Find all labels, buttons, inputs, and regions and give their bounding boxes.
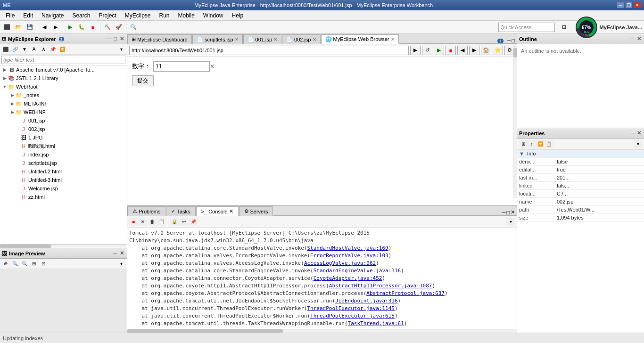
console-link-11[interactable]: TaskThread.java:61 [348,320,404,327]
console-remove[interactable]: ✕ [139,218,147,226]
tree-item-001jsp[interactable]: J 001.jsp [0,116,127,125]
submit-button[interactable]: 提交 [132,75,154,86]
tree-item-untitled2[interactable]: H Untitled-2.html [0,167,127,176]
console-terminate[interactable]: ■ [129,218,138,226]
console-link-8[interactable]: JIoEndpoint.java:316 [335,298,397,304]
console-link-9[interactable]: ThreadPoolExecutor.java:1145 [307,305,395,311]
console-more[interactable]: ▾ [506,218,515,226]
console-pin[interactable]: 📌 [189,218,198,226]
exp-collapse-all[interactable]: ⬛ [1,45,10,54]
tab-001jsp[interactable]: 📄 001.jsp ✕ [243,34,281,44]
props-close[interactable]: ✕ [636,130,642,136]
tree-item-meta-inf[interactable]: ▶ 📁 META-INF [0,99,127,108]
exp-font[interactable]: A [30,45,38,54]
props-menu[interactable]: ▾ [634,140,642,148]
console-link-5[interactable]: CoyoteAdapter.java:452 [314,275,382,281]
toolbar-run[interactable]: ▶ [65,22,75,33]
tab-scriptlets[interactable]: 📄 scriptlets.jsp ✕ [192,34,243,44]
img-menu[interactable]: ▾ [117,260,125,268]
tab-console-close[interactable]: ✕ [229,208,233,214]
minimize-button[interactable]: ─ [617,2,624,8]
browser-home[interactable]: 🏠 [481,46,491,55]
console-scroll-lock[interactable]: 🔒 [170,218,179,226]
number-input[interactable] [153,61,210,72]
menu-help[interactable]: Help [228,11,248,20]
menu-navigate[interactable]: Navigate [38,11,67,20]
menu-myeclipse[interactable]: MyEclipse [121,11,155,20]
info-expand[interactable]: ▼ [519,151,524,156]
console-clear[interactable]: 🗑 [148,218,157,226]
tree-item-untitled3[interactable]: H Untitled-3.html [0,176,127,184]
tree-item-indexjsp[interactable]: J index.jsp [0,150,127,159]
explorer-minimize[interactable]: ─ [107,36,112,42]
explorer-filter-input[interactable] [1,56,125,64]
exp-view-menu[interactable]: ▼ [20,45,29,54]
tab-002jsp[interactable]: 📄 002.jsp ✕ [282,34,320,44]
toolbar-search-btn[interactable]: 🔍 [128,22,139,33]
console-link-3[interactable]: AccessLogValve.java:962 [304,260,376,266]
console-h-scrollbar[interactable] [127,329,517,333]
browser-go[interactable]: ▶ [410,46,421,55]
browser-refresh[interactable]: ↺ [422,46,432,55]
console-word-wrap[interactable]: ↩ [180,218,188,226]
browser-tomcat-stop[interactable]: ■ [446,46,456,55]
exp-menu-arrow[interactable]: ▾ [117,45,125,54]
browser-back[interactable]: ◀ [457,46,468,55]
tab-browser[interactable]: 🌐 MyEclipse Web Browser ✕ [321,34,399,44]
tree-item-scriptlets[interactable]: J scriptlets.jsp [0,159,127,167]
exp-font-bold[interactable]: 𝐀 [39,45,48,54]
img-preview-close[interactable]: ✕ [119,250,125,256]
props-filter[interactable]: 🔽 [536,140,545,148]
menu-edit[interactable]: Edit [19,11,37,20]
browser-forward[interactable]: ▶ [469,46,479,55]
toolbar-back[interactable]: ◀ [39,22,50,33]
menu-window[interactable]: Window [199,11,227,20]
clear-icon[interactable]: ✕ [210,63,215,70]
explorer-h-scrollbar[interactable] [0,244,127,248]
quick-access-input[interactable] [498,23,555,32]
img-zoom-out[interactable]: 🔍 [20,260,29,268]
tab-problems[interactable]: ⚠ Problems [127,206,165,216]
tab-browser-close[interactable]: ✕ [391,37,395,42]
menu-project[interactable]: Project [95,11,120,20]
tab-tasks[interactable]: ✓ Tasks [166,206,195,216]
props-minimize[interactable]: ─ [629,130,635,136]
console-copy[interactable]: 📋 [157,218,166,226]
props-categories[interactable]: ⊞ [519,140,528,148]
menu-mobile[interactable]: Mobile [174,11,198,20]
menu-search[interactable]: Search [68,11,94,20]
img-actual[interactable]: ⊡ [39,260,48,268]
tree-item-zz[interactable]: H zz.html [0,193,127,201]
tab-minimize[interactable]: ─ [507,38,511,43]
toolbar-stop[interactable]: ■ [88,22,98,33]
exp-pin[interactable]: 📌 [49,45,57,54]
bottom-minimize[interactable]: ─ [502,210,506,215]
img-zoom-fit[interactable]: ⊕ [1,260,10,268]
tree-item-tomcat[interactable]: ▶ 🖥 Apache Tomcat v7.0 [Apache To... [0,65,127,74]
browser-bookmark[interactable]: ⭐ [493,46,503,55]
img-zoom-in[interactable]: 🔍 [11,260,19,268]
exp-filter[interactable]: 🔽 [58,45,66,54]
browser-scroll-thumb[interactable] [513,48,517,57]
console-link-1[interactable]: StandardHostValve.java:169 [307,245,388,251]
browser-tomcat-start[interactable]: ▶ [434,46,444,55]
tab-dashboard[interactable]: ⊞ MyEclipse Dashboard [127,34,192,44]
browser-scrollbar[interactable] [513,47,517,198]
url-bar[interactable] [129,46,409,55]
props-copy[interactable]: 📋 [545,140,553,148]
toolbar-perspective[interactable]: ⊞ [559,22,570,33]
menu-run[interactable]: Run [155,11,173,20]
close-button[interactable]: ✕ [634,2,641,8]
menu-file[interactable]: File [2,11,18,20]
toolbar-save[interactable]: 💾 [25,22,35,33]
img-preview-minimize[interactable]: ─ [112,250,118,256]
tab-001-close[interactable]: ✕ [273,37,277,42]
toolbar-deploy[interactable]: 🚀 [114,22,124,33]
explorer-close[interactable]: ✕ [119,36,125,42]
bottom-close[interactable]: ✕ [511,209,515,215]
tab-console[interactable]: >_ Console ✕ [196,206,239,216]
tab-scriptlets-close[interactable]: ✕ [235,37,239,42]
exp-link[interactable]: 🔗 [11,45,19,54]
tree-item-002jsp[interactable]: J 002.jsp [0,125,127,133]
tree-item-notes[interactable]: ▶ 📁 _notes [0,91,127,99]
